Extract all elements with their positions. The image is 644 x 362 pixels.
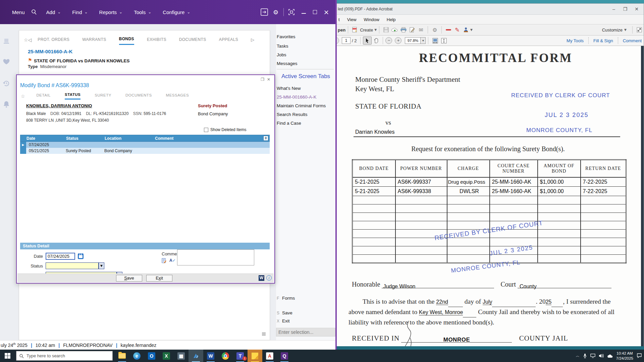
screen-tab-find-a-case[interactable]: Find a Case xyxy=(277,119,301,127)
fullscreen-icon[interactable] xyxy=(287,8,296,16)
taskbar-word-icon[interactable]: W xyxy=(203,350,218,362)
show-deleted-checkbox[interactable]: Show Deleted Items xyxy=(204,127,246,132)
col-date[interactable]: Date xyxy=(26,136,66,141)
save-icon[interactable] xyxy=(382,26,390,34)
tab-exhibits[interactable]: EXHIBITS xyxy=(147,35,166,45)
create-pdf-icon[interactable] xyxy=(351,26,359,34)
highlight-icon[interactable] xyxy=(444,26,453,34)
dialog-tab-status[interactable]: STATUS xyxy=(65,93,80,100)
acrobat-close-button[interactable]: ✕ xyxy=(631,5,642,13)
comment-textarea[interactable] xyxy=(177,249,254,265)
tab-appeals[interactable]: APPEALS xyxy=(219,35,238,45)
exit-button[interactable]: Exit xyxy=(146,275,172,282)
taskbar-search[interactable]: Type here to search xyxy=(16,351,113,361)
minimize-icon[interactable] xyxy=(299,8,308,16)
email-icon[interactable]: ✉ xyxy=(417,26,425,34)
customize-button[interactable]: Customize xyxy=(602,27,623,33)
pencil-icon[interactable]: ✎ xyxy=(453,26,462,34)
taskbar-calculator-icon[interactable]: ▦ xyxy=(174,350,189,362)
hand-tool-icon[interactable] xyxy=(372,37,380,45)
tab-documents[interactable]: DOCUMENTS xyxy=(179,35,206,45)
save-button[interactable]: Save xyxy=(116,275,142,282)
sign-icon[interactable] xyxy=(408,26,417,34)
status-dropdown-button[interactable]: ▼ xyxy=(99,262,104,269)
menu-tools[interactable]: Tools⌄ xyxy=(134,9,151,15)
taskbar-teams-icon[interactable]: T 1 xyxy=(233,350,248,362)
menu-find[interactable]: Find⌄ xyxy=(72,9,88,15)
menu-help[interactable]: Help xyxy=(387,17,396,22)
taskbar-sticky-notes-icon[interactable] xyxy=(248,350,262,362)
col-status[interactable]: Status xyxy=(66,136,105,141)
stamp-icon[interactable] xyxy=(462,26,470,34)
acrobat-titlebar[interactable]: led (009).PDF - Adobe Acrobat – ❐ ✕ xyxy=(335,4,644,15)
grid-row-selected[interactable]: ▶ 07/24/2025 xyxy=(20,142,270,148)
sidebar-item-messages[interactable]: Messages xyxy=(277,60,298,67)
dialog-tab-documents[interactable]: DOCUMENTS xyxy=(125,93,152,99)
tab-warrants[interactable]: WARRANTS xyxy=(82,35,106,45)
taskbar-edge-icon[interactable]: e xyxy=(129,350,144,362)
close-icon[interactable]: × xyxy=(322,8,331,16)
tray-mic-icon[interactable] xyxy=(583,353,587,358)
screen-tab-whats-new[interactable]: What's New xyxy=(277,84,301,92)
tray-action-center-icon[interactable] xyxy=(637,353,642,358)
stamp-dropdown-caret[interactable]: ▼ xyxy=(470,28,473,32)
zoom-out-icon[interactable]: − xyxy=(385,37,392,44)
tab-prot-orders[interactable]: PROT. ORDERS xyxy=(38,35,69,45)
dialog-tab-messages[interactable]: MESSAGES xyxy=(166,93,189,99)
sidebar-item-jobs[interactable]: Jobs xyxy=(277,51,286,59)
sign-out-icon[interactable] xyxy=(260,8,269,16)
spellcheck-icon[interactable]: A✓ xyxy=(169,258,176,265)
history-icon[interactable] xyxy=(2,80,10,88)
info-icon[interactable]: i xyxy=(266,275,272,281)
expand-panel-icon[interactable] xyxy=(635,26,644,34)
sidebar-action-forms[interactable]: FForms xyxy=(277,294,295,302)
taskbar-file-explorer-icon[interactable] xyxy=(115,350,129,362)
col-comment[interactable]: Comment xyxy=(155,136,263,141)
share-cloud-icon[interactable] xyxy=(390,26,399,34)
taskbar-acrobat-icon[interactable]: A xyxy=(262,350,277,362)
case-number-link[interactable]: 25-MM-001660-A-K xyxy=(28,49,72,54)
acrobat-minimize-button[interactable]: – xyxy=(608,5,620,13)
menu-view[interactable]: View xyxy=(347,17,357,22)
gear-icon[interactable]: ⚙ xyxy=(430,26,439,34)
fit-width-icon[interactable] xyxy=(431,37,439,45)
dialog-star-icon[interactable]: ☆ xyxy=(21,94,25,99)
menu-edit-partial[interactable]: t xyxy=(338,17,340,22)
tray-clock[interactable]: 10:42 AM7/24/2025 xyxy=(616,351,633,361)
zoom-in-icon[interactable]: + xyxy=(395,37,401,44)
fit-page-icon[interactable] xyxy=(439,37,448,45)
dialog-close-icon[interactable]: ✕ xyxy=(267,77,270,82)
favorite-tab-icon[interactable]: ☆◁ xyxy=(24,37,32,43)
acrobat-maximize-button[interactable]: ❐ xyxy=(620,5,631,13)
date-input[interactable] xyxy=(46,253,75,260)
sidebar-item-tasks[interactable]: Tasks xyxy=(277,42,288,50)
fill-sign-tab[interactable]: Fill & Sign xyxy=(593,38,613,43)
print-icon[interactable] xyxy=(399,26,408,34)
page-number-input[interactable] xyxy=(342,37,351,44)
screen-tab-search-results[interactable]: Search Results xyxy=(277,111,308,118)
favorites-heart-icon[interactable] xyxy=(2,58,10,66)
menu-window[interactable]: Window xyxy=(364,17,379,22)
word-icon[interactable]: W xyxy=(259,275,264,281)
enter-selection-input[interactable] xyxy=(276,328,335,337)
add-row-button[interactable]: + xyxy=(263,136,268,141)
dialog-tab-detail[interactable]: DETAIL xyxy=(37,93,51,99)
settings-gear-icon[interactable]: ⚙ xyxy=(271,8,280,16)
menu-add[interactable]: Add⌄ xyxy=(46,9,61,15)
col-location[interactable]: Location xyxy=(105,136,155,141)
create-dropdown-caret[interactable]: ▼ xyxy=(374,28,377,32)
comment-editor-icon[interactable] xyxy=(162,258,167,265)
sidebar-action-save[interactable]: SSave xyxy=(277,309,292,317)
case-list-icon[interactable] xyxy=(2,37,10,45)
resize-grip[interactable] xyxy=(262,332,266,336)
sidebar-action-exit[interactable]: XExit xyxy=(277,317,290,325)
scrollbar[interactable] xyxy=(641,46,644,346)
search-icon[interactable] xyxy=(30,8,38,16)
checkbox-icon[interactable] xyxy=(204,128,208,132)
menu-configure[interactable]: Configure⌄ xyxy=(163,9,190,15)
tray-onedrive-icon[interactable] xyxy=(607,354,613,358)
zoom-level-select[interactable]: 97.8% ▼ xyxy=(405,37,426,44)
menu-button[interactable]: Menu xyxy=(12,9,25,15)
screen-tab-case[interactable]: 25-MM-001660-A-K xyxy=(277,93,317,101)
more-tabs-icon[interactable]: ▷ xyxy=(251,37,254,42)
